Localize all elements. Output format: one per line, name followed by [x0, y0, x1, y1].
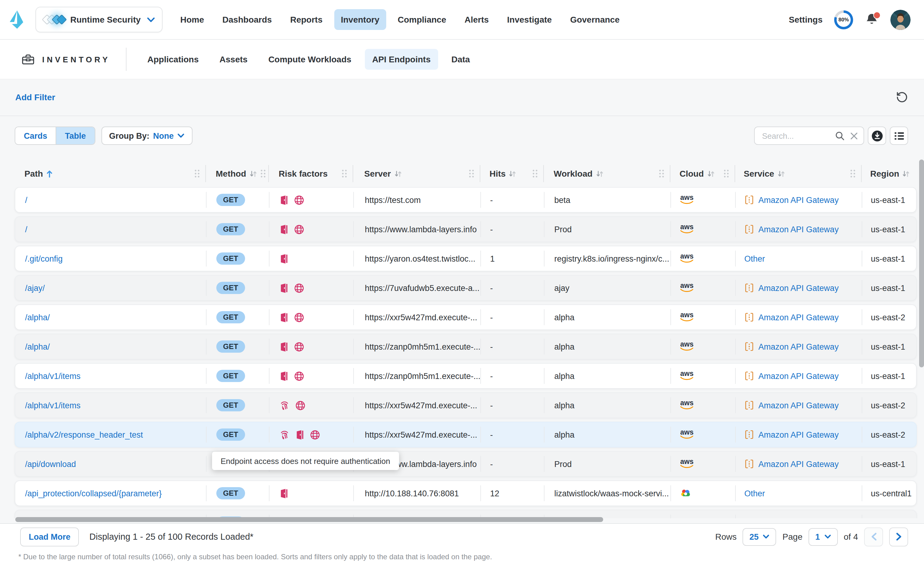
nav-item-investigate[interactable]: Investigate	[501, 9, 559, 30]
open-door-icon[interactable]	[279, 371, 288, 381]
user-avatar[interactable]	[890, 10, 911, 30]
path-link[interactable]: /.git/config	[25, 254, 63, 263]
clear-search-icon[interactable]	[850, 131, 859, 140]
table-view-button[interactable]: Table	[56, 127, 95, 144]
nav-item-reports[interactable]: Reports	[283, 9, 329, 30]
add-filter-link[interactable]: Add Filter	[15, 92, 55, 102]
globe-icon[interactable]	[294, 312, 304, 322]
service-link[interactable]: Amazon API Gateway	[758, 225, 839, 234]
service-link[interactable]: Amazon API Gateway	[758, 371, 839, 380]
table-row[interactable]: /api/downloadGEThttps://www.lambda-layer…	[14, 451, 917, 477]
drag-handle-icon[interactable]	[194, 169, 200, 178]
tab-data[interactable]: Data	[444, 49, 477, 70]
reset-filters-button[interactable]	[896, 91, 908, 103]
nav-item-home[interactable]: Home	[174, 9, 211, 30]
sort-icon[interactable]	[394, 169, 402, 177]
open-door-icon[interactable]	[279, 488, 288, 498]
globe-icon[interactable]	[294, 224, 304, 234]
globe-icon[interactable]	[310, 429, 320, 440]
table-row[interactable]: /alpha/v1/itemsGEThttps://zanp0mh5m1.exe…	[14, 363, 917, 389]
path-link[interactable]: /	[25, 195, 27, 205]
notifications-bell-icon[interactable]	[865, 13, 879, 26]
drag-handle-icon[interactable]	[850, 169, 856, 178]
service-link[interactable]: Other	[744, 518, 765, 518]
globe-icon[interactable]	[294, 342, 304, 352]
sort-icon[interactable]	[707, 169, 715, 177]
column-header-hits[interactable]: Hits	[480, 165, 543, 182]
horizontal-scrollbar[interactable]	[15, 517, 603, 522]
sort-icon[interactable]	[902, 169, 910, 177]
service-link[interactable]: Amazon API Gateway	[758, 342, 839, 351]
load-more-button[interactable]: Load More	[20, 527, 79, 546]
globe-icon[interactable]	[294, 283, 304, 293]
nav-item-governance[interactable]: Governance	[563, 9, 626, 30]
previous-page-button[interactable]	[864, 527, 883, 546]
nav-item-dashboards[interactable]: Dashboards	[216, 9, 278, 30]
path-link[interactable]: /ajay/	[25, 283, 45, 292]
globe-icon[interactable]	[295, 400, 306, 411]
drag-handle-icon[interactable]	[532, 169, 538, 178]
column-header-path[interactable]: Path	[14, 165, 205, 182]
globe-icon[interactable]	[294, 371, 304, 381]
globe-icon[interactable]	[294, 195, 304, 205]
group-by-dropdown[interactable]: Group By: None	[101, 127, 193, 145]
path-link[interactable]: /alpha/	[25, 342, 50, 351]
column-settings-button[interactable]	[890, 127, 908, 145]
path-link[interactable]: /	[25, 225, 27, 234]
path-link[interactable]: /api/download	[25, 459, 76, 469]
drag-handle-icon[interactable]	[469, 169, 474, 178]
service-link[interactable]: Other	[744, 254, 765, 263]
cards-view-button[interactable]: Cards	[15, 127, 56, 144]
tab-api-endpoints[interactable]: API Endpoints	[365, 49, 438, 70]
drag-handle-icon[interactable]	[260, 169, 266, 178]
open-door-icon[interactable]	[279, 195, 288, 205]
vertical-scrollbar[interactable]	[919, 160, 924, 367]
path-link[interactable]: /alpha/v2/response_header_test	[25, 430, 143, 439]
open-door-icon[interactable]	[279, 253, 288, 264]
drag-handle-icon[interactable]	[659, 169, 664, 178]
service-link[interactable]: Amazon API Gateway	[758, 459, 839, 469]
fingerprint-icon[interactable]	[279, 400, 290, 411]
drag-handle-icon[interactable]	[724, 169, 729, 178]
search-input[interactable]	[761, 131, 831, 141]
open-door-icon[interactable]	[279, 224, 288, 234]
column-header-cloud[interactable]: Cloud	[670, 165, 734, 182]
open-door-icon[interactable]	[279, 283, 288, 293]
column-header-server[interactable]: Server	[353, 165, 480, 182]
column-header-workload[interactable]: Workload	[543, 165, 670, 182]
table-row[interactable]: /api_protection/collapsed/{parameter}GET…	[14, 480, 917, 506]
service-link[interactable]: Amazon API Gateway	[758, 283, 839, 292]
sort-asc-icon[interactable]	[46, 169, 53, 178]
nav-item-settings[interactable]: Settings	[789, 15, 823, 24]
table-row[interactable]: /alpha/GEThttps://zanp0mh5m1.execute-...…	[14, 334, 917, 359]
column-header-region[interactable]: Region	[861, 165, 917, 182]
service-link[interactable]: Amazon API Gateway	[758, 195, 839, 205]
path-link[interactable]: /alpha/v1/items	[25, 371, 80, 380]
search-icon[interactable]	[835, 131, 845, 141]
credits-gauge[interactable]: 80%	[834, 10, 853, 29]
table-row[interactable]: /GEThttps://www.lambda-layers.info-Proda…	[14, 216, 917, 242]
sort-icon[interactable]	[596, 169, 604, 177]
product-switcher[interactable]: Runtime Security	[35, 7, 163, 32]
rows-per-page-select[interactable]: 25	[743, 528, 776, 546]
open-door-icon[interactable]	[295, 429, 304, 440]
service-link[interactable]: Amazon API Gateway	[758, 401, 839, 410]
column-header-method[interactable]: Method	[205, 165, 268, 182]
drag-handle-icon[interactable]	[341, 169, 347, 178]
nav-item-compliance[interactable]: Compliance	[391, 9, 453, 30]
path-link[interactable]: /api_protection/collapsed/{parameter}	[25, 489, 162, 498]
download-button[interactable]	[868, 127, 886, 145]
path-link[interactable]: /alpha/	[25, 313, 50, 322]
tab-compute-workloads[interactable]: Compute Workloads	[261, 49, 359, 70]
service-link[interactable]: Amazon API Gateway	[758, 313, 839, 322]
table-row[interactable]: /.git/configGEThttps://yaron.os4test.twi…	[14, 246, 917, 271]
page-select[interactable]: 1	[808, 528, 837, 546]
nav-item-alerts[interactable]: Alerts	[458, 9, 495, 30]
table-row[interactable]: /alpha/v2/response_header_testGEThttps:/…	[14, 422, 917, 447]
sort-icon[interactable]	[509, 169, 517, 177]
sort-icon[interactable]	[778, 169, 785, 177]
fingerprint-icon[interactable]	[279, 429, 290, 440]
service-link[interactable]: Amazon API Gateway	[758, 430, 839, 439]
tab-applications[interactable]: Applications	[140, 49, 206, 70]
table-row[interactable]: /alpha/GEThttps://xxr5w427md.execute-...…	[14, 305, 917, 330]
